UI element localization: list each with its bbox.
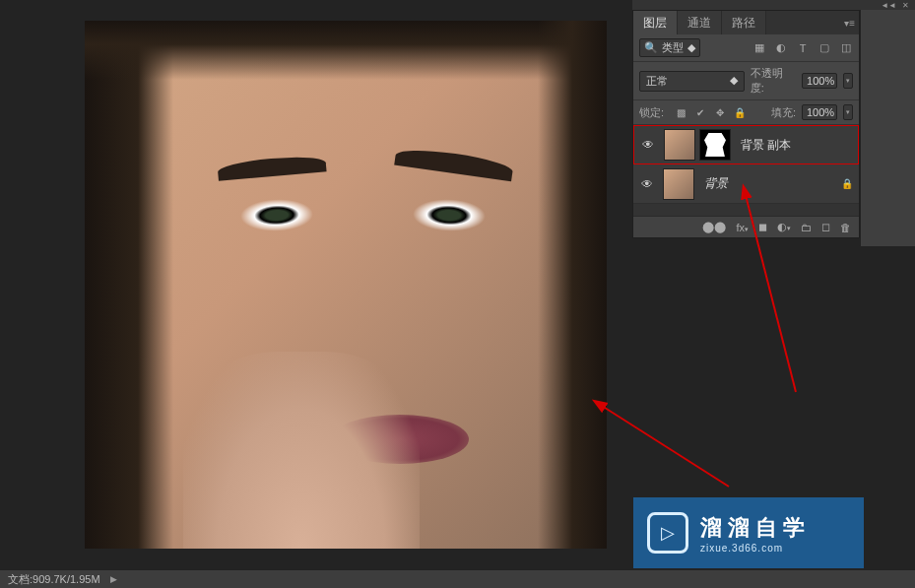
layer-list: 👁 背景 副本 👁 背景 🔒 [633, 125, 859, 216]
opacity-label: 不透明度: [751, 66, 796, 96]
chevron-down-icon: ◆ [730, 74, 738, 89]
layer-name[interactable]: 背景 [704, 175, 728, 192]
panel-tabs: 图层 通道 路径 ▾≡ [633, 11, 859, 34]
layer-name[interactable]: 背景 副本 [741, 137, 791, 154]
watermark-en: zixue.3d66.com [700, 543, 811, 554]
new-group-icon[interactable]: 🗀 [801, 222, 812, 233]
layer-mask-thumbnail[interactable] [699, 129, 731, 161]
layer-filter-row: 🔍 类型 ◆ ▦ ◐ T ▢ ◫ [633, 34, 859, 62]
adjustment-layer-icon[interactable]: ◐▾ [777, 221, 791, 233]
tab-channels[interactable]: 通道 [678, 11, 722, 34]
visibility-eye-icon[interactable]: 👁 [640, 138, 656, 152]
layers-panel-footer: ⬤⬤ fx▾ ◼ ◐▾ 🗀 ◻ 🗑 [633, 216, 859, 237]
fill-label: 填充: [771, 105, 796, 120]
add-mask-icon[interactable]: ◼ [758, 221, 767, 233]
blend-mode-select[interactable]: 正常 ◆ [639, 71, 745, 92]
close-panel-icon[interactable]: ✕ [902, 1, 909, 10]
collapse-left-icon[interactable]: ◄◄ [881, 1, 896, 10]
blend-mode-value: 正常 [646, 74, 668, 89]
layer-row-background[interactable]: 👁 背景 🔒 [633, 164, 859, 204]
status-flyout-icon[interactable]: ▶ [110, 574, 117, 584]
filter-adjust-icon[interactable]: ◐ [774, 41, 788, 55]
tab-layers[interactable]: 图层 [633, 11, 678, 34]
watermark-logo-icon: ▷ [647, 512, 688, 554]
tab-paths[interactable]: 路径 [722, 11, 766, 34]
panel-collapse-bar[interactable]: ◄◄ ✕ [632, 0, 915, 10]
canvas-image [85, 21, 607, 549]
lock-indicator-icon: 🔒 [841, 178, 853, 189]
lock-brush-icon[interactable]: ✔ [693, 105, 707, 119]
layer-thumbnail[interactable] [663, 168, 694, 200]
visibility-eye-icon[interactable]: 👁 [639, 177, 655, 191]
filter-type-icon[interactable]: T [796, 41, 810, 55]
link-layers-icon[interactable]: ⬤⬤ [702, 221, 726, 233]
filter-type-select[interactable]: 🔍 类型 ◆ [639, 38, 700, 57]
lock-position-icon[interactable]: ✥ [713, 105, 727, 119]
right-gutter [860, 10, 915, 246]
fill-input[interactable]: 100% [802, 104, 837, 120]
lock-label: 锁定: [639, 105, 664, 120]
layer-thumbnail[interactable] [664, 129, 695, 161]
filter-type-label: 类型 [662, 40, 684, 55]
document-canvas[interactable] [85, 21, 607, 549]
chevron-down-icon: ◆ [687, 41, 695, 54]
doc-info: 文档:909.7K/1.95M [8, 572, 100, 587]
fill-flyout-icon[interactable]: ▾ [843, 104, 853, 120]
opacity-flyout-icon[interactable]: ▾ [843, 73, 853, 89]
delete-layer-icon[interactable]: 🗑 [840, 222, 851, 233]
layer-row-copy[interactable]: 👁 背景 副本 [633, 125, 859, 164]
svg-line-1 [602, 406, 729, 487]
opacity-input[interactable]: 100% [802, 73, 837, 89]
lock-transparent-icon[interactable]: ▩ [674, 105, 687, 119]
lock-row: 锁定: ▩ ✔ ✥ 🔒 填充: 100% ▾ [633, 100, 859, 125]
watermark-cn: 溜溜自学 [700, 513, 811, 543]
status-bar: 文档:909.7K/1.95M ▶ [0, 569, 915, 588]
filter-shape-icon[interactable]: ▢ [817, 41, 831, 55]
watermark: ▷ 溜溜自学 zixue.3d66.com [633, 497, 864, 568]
filter-pixel-icon[interactable]: ▦ [752, 41, 766, 55]
search-icon: 🔍 [644, 41, 658, 54]
panel-menu-icon[interactable]: ▾≡ [844, 18, 855, 29]
new-layer-icon[interactable]: ◻ [821, 221, 830, 233]
layer-fx-icon[interactable]: fx▾ [736, 222, 749, 233]
blend-row: 正常 ◆ 不透明度: 100% ▾ [633, 62, 859, 100]
filter-smart-icon[interactable]: ◫ [839, 41, 853, 55]
layers-panel: 图层 通道 路径 ▾≡ 🔍 类型 ◆ ▦ ◐ T ▢ ◫ 正常 ◆ 不透明度: … [632, 10, 860, 238]
layer-list-empty [633, 204, 859, 216]
lock-all-icon[interactable]: 🔒 [733, 105, 747, 119]
